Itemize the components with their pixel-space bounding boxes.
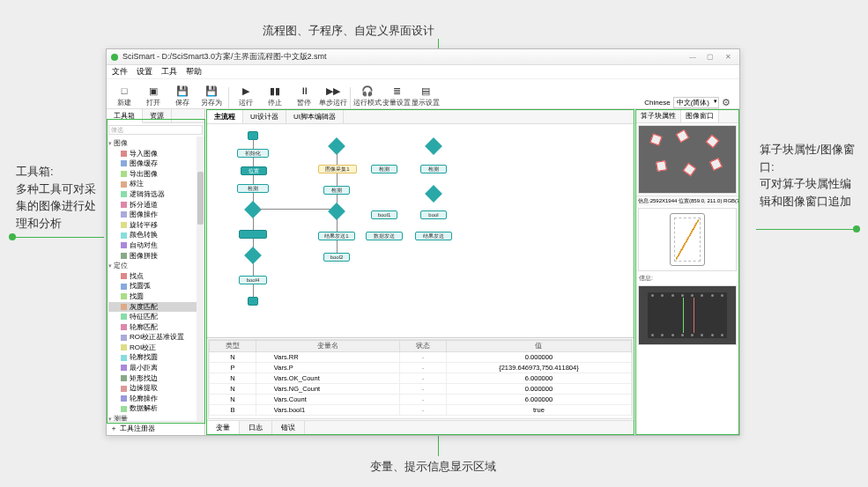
close-button[interactable]: ✕ (720, 52, 736, 63)
tree-item[interactable]: 标注 (108, 179, 204, 189)
tool-run[interactable]: ▶运行 (232, 84, 260, 108)
tab-main-flow[interactable]: 主流程 (207, 110, 243, 123)
flow-node[interactable] (248, 297, 258, 306)
tab-image-window[interactable]: 图像窗口 (681, 110, 719, 122)
flow-node[interactable] (248, 131, 258, 140)
tree-item[interactable]: 轮廓找圆 (108, 352, 204, 363)
tree-item[interactable]: 图像操作 (108, 210, 204, 220)
maximize-button[interactable]: ▢ (702, 52, 718, 63)
tool-saveas[interactable]: 💾另存为 (197, 84, 226, 108)
tool-open[interactable]: ▣打开 (139, 84, 167, 108)
tool-icon (121, 395, 127, 402)
menu-file[interactable]: 文件 (112, 66, 128, 77)
tree-group[interactable]: ▾ 定位 (108, 261, 204, 271)
tree-group[interactable]: ▾ 图像 (108, 138, 204, 149)
flow-node[interactable]: 结果发送 (415, 232, 452, 240)
flow-decision[interactable] (244, 201, 262, 218)
flow-node[interactable]: 位置 (241, 166, 267, 175)
flow-node[interactable]: 数据发送 (366, 232, 403, 240)
flow-node[interactable]: bool2 (323, 253, 350, 262)
flow-node[interactable]: 检测 (420, 165, 447, 173)
tab-ui-designer[interactable]: UI设计器 (243, 110, 286, 123)
image-thumbnail-1[interactable] (638, 125, 737, 194)
gear-icon[interactable]: ⚙ (722, 97, 731, 108)
table-row[interactable]: NVars.Count-6.000000 (210, 395, 632, 405)
property-panel: 算子块属性 图像窗口 信息:2592X1944 位置(859.0, 211.0)… (635, 109, 739, 435)
tree-item[interactable]: 颜色转换 (108, 230, 204, 240)
tab-errors[interactable]: 错误 (272, 421, 305, 434)
tree-item[interactable]: 导入图像 (108, 149, 204, 159)
tab-operator-props[interactable]: 算子块属性 (636, 110, 681, 122)
tree-item[interactable]: 找圆弧 (108, 281, 204, 291)
flow-node[interactable]: bool (420, 210, 447, 219)
lang-combo[interactable]: 中文(简体) (673, 97, 719, 108)
menu-settings[interactable]: 设置 (137, 66, 152, 77)
menu-help[interactable]: 帮助 (186, 66, 202, 77)
flow-node[interactable]: bool1 (371, 210, 397, 219)
image-thumbnail-3[interactable] (638, 285, 737, 345)
tab-logs[interactable]: 日志 (240, 421, 272, 434)
flow-decision[interactable] (328, 137, 345, 155)
flowchart-canvas[interactable]: 初始化 位置 检测 bool4 图像采集1 (207, 124, 634, 337)
tree-item[interactable]: ROI校正 (108, 343, 204, 353)
image-thumbnail-2[interactable] (638, 208, 737, 271)
tree-item[interactable]: 逻辑筛选器 (108, 189, 204, 200)
tree-item[interactable]: 找圆 (108, 291, 204, 302)
flow-decision[interactable] (425, 185, 442, 203)
flow-decision[interactable] (425, 137, 442, 155)
menu-tools[interactable]: 工具 (161, 66, 177, 77)
tool-step[interactable]: ▶▶单步运行 (319, 84, 347, 108)
flow-node[interactable]: 检测 (323, 186, 350, 195)
tool-register[interactable]: ＋ 工具注册器 (107, 421, 204, 435)
tree-item[interactable]: 图像拼接 (108, 251, 204, 262)
tree-item[interactable]: 找点 (108, 271, 204, 282)
flow-node[interactable]: bool4 (239, 276, 267, 284)
scrollbar-vertical[interactable] (197, 137, 204, 421)
tab-resources[interactable]: 资源 (143, 109, 172, 122)
tab-variables[interactable]: 变量 (207, 421, 240, 434)
flow-node[interactable]: 检测 (371, 165, 397, 173)
table-cell: {2139.646973,750.411804} (446, 363, 631, 373)
tree-item[interactable]: 旋转平移 (108, 220, 204, 231)
tool-icon (121, 335, 127, 341)
flow-node[interactable] (239, 230, 267, 239)
tree-item[interactable]: 矩形找边 (108, 373, 204, 384)
tool-save[interactable]: 💾保存 (168, 84, 197, 108)
flow-decision[interactable] (244, 247, 262, 264)
tree-item[interactable]: 最小距离 (108, 363, 204, 373)
tree-item[interactable]: 数据解析 (108, 403, 204, 414)
flow-node[interactable]: 初始化 (237, 149, 269, 158)
flow-node[interactable]: 结果发送1 (318, 232, 355, 240)
flow-node[interactable]: 图像采集1 (318, 165, 357, 173)
table-row[interactable]: NVars.RR-0.000000 (210, 352, 632, 363)
table-row[interactable]: NVars.NG_Count-0.000000 (210, 384, 632, 395)
tree-item[interactable]: 特征匹配 (108, 312, 204, 322)
tool-stop[interactable]: ▮▮停止 (261, 84, 289, 108)
tree-item[interactable]: 拆分通道 (108, 200, 204, 210)
tree-item[interactable]: 自动对焦 (108, 240, 204, 251)
table-row[interactable]: PVars.P-{2139.646973,750.411804} (210, 363, 632, 373)
tree-item[interactable]: ROI校正基准设置 (108, 332, 204, 343)
tree-item[interactable]: 图像缓存 (108, 159, 204, 169)
tree-item[interactable]: 灰度匹配 (108, 302, 204, 313)
tree-item[interactable]: 边缘提取 (108, 383, 204, 394)
tool-varset[interactable]: ≣变量设置 (382, 84, 411, 108)
app-window: SciSmart - D:/SciSmart3.0方案/主界面流程图-中文版2.… (106, 48, 740, 436)
tool-pause[interactable]: ⏸暂停 (290, 84, 318, 108)
tool-display[interactable]: ▤显示设置 (412, 84, 440, 108)
flow-node[interactable]: 检测 (237, 184, 269, 193)
display-icon: ▤ (419, 84, 433, 98)
tree-item[interactable]: 导出图像 (108, 169, 204, 180)
table-row[interactable]: BVars.bool1-true (210, 405, 632, 416)
tab-toolbox[interactable]: 工具箱 (107, 109, 143, 123)
tool-new[interactable]: □新建 (110, 84, 138, 108)
tree-group[interactable]: ▾ 测量 (108, 414, 204, 421)
tool-runmode[interactable]: 🎧运行模式 (353, 84, 382, 108)
tree-item[interactable]: 轮廓操作 (108, 394, 204, 404)
flow-decision[interactable] (328, 203, 345, 220)
toolbox-filter[interactable]: 筛选 (108, 125, 203, 135)
minimize-button[interactable]: — (685, 52, 701, 63)
tab-ui-script[interactable]: UI脚本编辑器 (286, 110, 344, 123)
table-row[interactable]: NVars.OK_Count-6.000000 (210, 373, 632, 384)
tree-item[interactable]: 轮廓匹配 (108, 322, 204, 333)
